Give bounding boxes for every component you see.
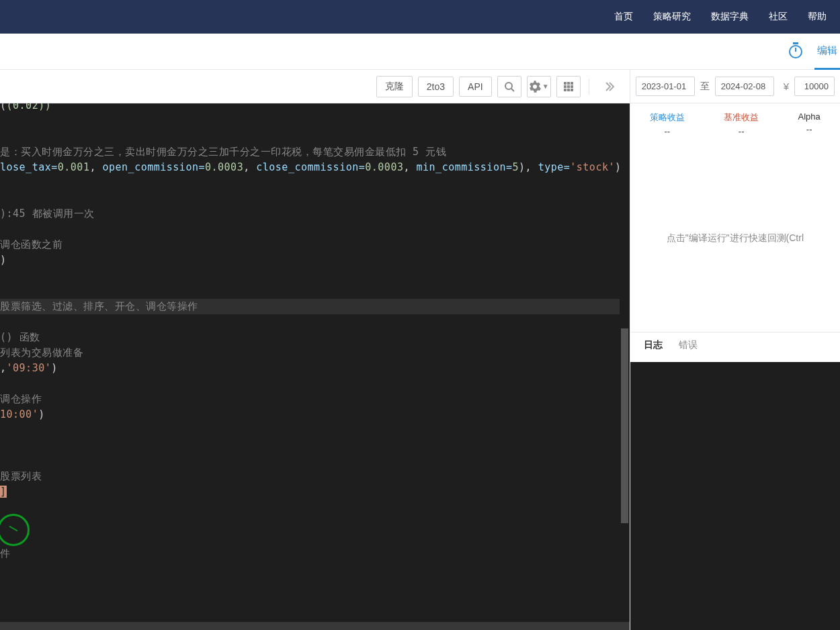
log-output[interactable]	[630, 362, 840, 630]
date-from-input[interactable]	[636, 77, 695, 96]
grid-icon[interactable]	[556, 76, 581, 97]
svg-point-0	[505, 83, 512, 89]
stat-benchmark-return-value: --	[724, 126, 759, 136]
backtest-params: 至 ¥	[630, 70, 840, 103]
svg-rect-5	[564, 85, 566, 88]
svg-rect-8	[564, 89, 566, 91]
top-nav: 首页 策略研究 数据字典 社区 帮助	[0, 0, 840, 34]
tab-error[interactable]: 错误	[679, 339, 698, 355]
code-editor[interactable]: ior') ((0.02)) 是：买入时佣金万分之三，卖出时佣金万分之三加千分之…	[0, 103, 630, 630]
chart-placeholder: 点击"编译运行"进行快速回测(Ctrl	[630, 144, 840, 332]
nav-help[interactable]: 帮助	[808, 11, 827, 23]
log-tabs: 日志 错误	[630, 332, 840, 362]
stats-row: 策略收益 -- 基准收益 -- Alpha --	[630, 103, 840, 144]
editor-hscrollbar[interactable]	[0, 622, 630, 630]
svg-line-1	[511, 89, 514, 91]
stat-alpha-label: Alpha	[798, 111, 821, 122]
svg-rect-7	[571, 85, 573, 88]
amount-input[interactable]	[794, 77, 835, 96]
secondary-bar: 编辑	[0, 34, 840, 70]
currency-icon: ¥	[784, 81, 789, 92]
nav-research[interactable]: 策略研究	[653, 11, 691, 23]
tab-log[interactable]: 日志	[644, 339, 663, 355]
svg-rect-3	[567, 82, 570, 85]
editor-toolbar: 克隆 2to3 API ▼	[0, 70, 630, 103]
toolbar-separator	[589, 79, 589, 95]
svg-rect-10	[571, 89, 573, 91]
stat-alpha-value: --	[798, 124, 821, 134]
api-button[interactable]: API	[459, 77, 492, 97]
nav-home[interactable]: 首页	[614, 11, 633, 23]
stat-strategy-return-value: --	[650, 126, 685, 136]
gear-icon[interactable]: ▼	[527, 76, 551, 97]
svg-rect-4	[571, 82, 573, 85]
nav-community[interactable]: 社区	[769, 11, 788, 23]
nav-datadict[interactable]: 数据字典	[711, 11, 749, 23]
chart-hint-text: 点击"编译运行"进行快速回测(Ctrl	[667, 232, 804, 244]
editor-pane: 克隆 2to3 API ▼ ior')	[0, 70, 630, 630]
stat-strategy-return-label: 策略收益	[650, 111, 685, 124]
svg-rect-2	[564, 82, 566, 85]
stat-benchmark-return-label: 基准收益	[724, 111, 759, 124]
timer-icon[interactable]	[789, 45, 802, 58]
2to3-button[interactable]: 2to3	[418, 77, 454, 97]
editor-vscrollbar[interactable]	[620, 103, 630, 630]
search-icon[interactable]	[497, 76, 521, 97]
date-separator: 至	[700, 81, 710, 93]
edit-tab[interactable]: 编辑	[814, 34, 840, 70]
date-to-input[interactable]	[715, 77, 774, 96]
clone-button[interactable]: 克隆	[376, 76, 413, 97]
svg-rect-6	[567, 85, 570, 88]
chevron-right-icon[interactable]	[597, 76, 622, 97]
results-pane: 至 ¥ 策略收益 -- 基准收益 -- Alpha -- 点击"编译运行"进行快…	[630, 70, 840, 630]
svg-rect-9	[567, 89, 570, 91]
